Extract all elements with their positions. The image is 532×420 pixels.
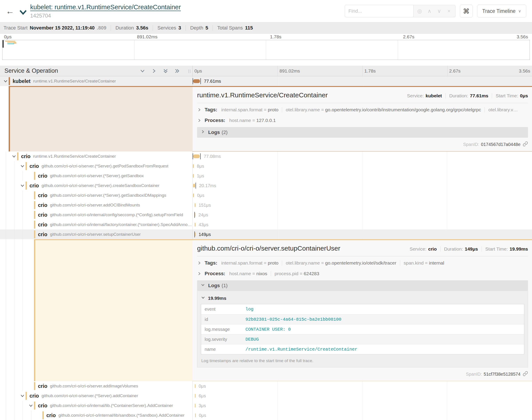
span-timeline-cell[interactable]: 8μs xyxy=(193,161,532,171)
chevron-right-icon xyxy=(197,261,202,265)
span-rows: kubeletruntime.v1.RuntimeService/CreateC… xyxy=(0,76,532,420)
span-color-bar xyxy=(17,152,18,160)
span-row[interactable]: criogithub.com/cri-o/cri-o/internal/lib.… xyxy=(0,401,532,410)
column-resizer-handle[interactable]: || xyxy=(188,69,191,73)
span-detail-panel: runtime.v1.RuntimeService/CreateContaine… xyxy=(193,86,532,151)
span-operation-name: github.com/cri-o/cri-o/server.addImageVo… xyxy=(50,384,138,389)
collapse-children-chevron-icon[interactable] xyxy=(20,391,26,401)
span-timeline-cell[interactable]: 149μs xyxy=(193,229,532,239)
log-field-key: name xyxy=(201,347,246,352)
collapse-children-chevron-icon[interactable] xyxy=(28,401,34,410)
tag-value: proto xyxy=(268,260,279,265)
span-row[interactable]: criogithub.com/cri-o/cri-o/internal/fact… xyxy=(0,220,532,229)
logs-accordion-header[interactable]: Logs(1) xyxy=(197,280,528,291)
span-duration-bar[interactable] xyxy=(193,194,194,197)
span-timeline-cell[interactable]: 24μs xyxy=(193,210,532,220)
span-row[interactable]: crioruntime.v1.RuntimeService/CreateCont… xyxy=(0,151,532,161)
collapse-children-chevron-icon[interactable] xyxy=(3,76,9,86)
logs-label: Logs xyxy=(208,130,220,135)
deep-link-icon[interactable] xyxy=(520,141,528,148)
span-timeline-cell[interactable]: 151μs xyxy=(193,200,532,210)
span-row[interactable]: criogithub.com/cri-o/cri-o/server.addOCI… xyxy=(0,200,532,210)
span-timeline-cell[interactable]: 77.08ms xyxy=(193,151,532,161)
trace-stat-value: November 15 2022, 11:19:40 xyxy=(30,25,94,31)
minimap-viewport-scrubber[interactable] xyxy=(2,40,4,48)
expand-one-button[interactable] xyxy=(151,68,157,74)
span-duration-bar[interactable] xyxy=(193,79,200,83)
span-row[interactable]: criogithub.com/cri-o/cri-o/server.setupC… xyxy=(0,229,532,239)
next-result-icon[interactable]: ∨ xyxy=(434,8,444,14)
span-duration-bar[interactable] xyxy=(195,414,196,417)
tag-key: internal.span.format xyxy=(221,260,263,265)
span-duration-bar[interactable] xyxy=(193,164,194,168)
span-timeline-cell[interactable]: 43μs xyxy=(193,220,532,229)
span-duration-bar[interactable] xyxy=(193,184,195,188)
section-label: Process: xyxy=(205,271,225,277)
span-duration-bar[interactable] xyxy=(193,155,200,158)
collapse-children-chevron-icon[interactable] xyxy=(20,181,26,191)
back-button[interactable]: ← xyxy=(4,5,16,17)
span-service-name: kubelet xyxy=(13,78,31,84)
stat-separator xyxy=(111,25,111,31)
span-row[interactable]: criogithub.com/cri-o/cri-o/server.(*Serv… xyxy=(0,181,532,191)
span-row[interactable]: criogithub.com/cri-o/cri-o/server.(*Serv… xyxy=(0,391,532,401)
span-row[interactable]: criogithub.com/cri-o/cri-o/server.(*Serv… xyxy=(0,161,532,171)
collapse-all-button[interactable] xyxy=(163,68,169,74)
span-timeline-cell[interactable]: 20.17ms xyxy=(193,181,532,191)
indent-guide xyxy=(12,410,20,420)
span-duration-bar[interactable] xyxy=(195,223,196,227)
section-label: Tags: xyxy=(205,260,217,266)
span-timeline-cell[interactable]: 6μs xyxy=(193,391,532,401)
span-row[interactable]: kubeletruntime.v1.RuntimeService/CreateC… xyxy=(0,76,532,86)
span-row[interactable]: criogithub.com/cri-o/cri-o/server.(*Serv… xyxy=(0,191,532,200)
trace-minimap[interactable] xyxy=(2,40,530,60)
process-accordion[interactable]: Process:host.name = nixosprocess.pid = 6… xyxy=(197,268,528,279)
span-timeline-cell[interactable]: 0μs xyxy=(193,381,532,391)
locate-icon[interactable]: ◎ xyxy=(415,8,424,14)
span-duration-bar[interactable] xyxy=(195,394,196,398)
logs-accordion-header[interactable]: Logs(2) xyxy=(197,127,528,138)
indent-guide xyxy=(20,200,28,210)
log-field-row: eventlog xyxy=(201,304,524,314)
find-input[interactable] xyxy=(345,5,413,17)
indent-guide xyxy=(12,171,20,181)
span-row[interactable]: criogithub.com/cri-o/cri-o/server.addIma… xyxy=(0,381,532,391)
span-duration-bar[interactable] xyxy=(195,203,196,207)
span-timeline-cell[interactable]: 3μs xyxy=(193,401,532,410)
span-log-tick xyxy=(196,183,196,189)
log-field-value: CONTAINER USER: 0 xyxy=(246,327,291,332)
keyboard-shortcuts-button[interactable]: ⌘ xyxy=(460,5,473,17)
process-accordion[interactable]: Process:host.name = 127.0.0.1 xyxy=(197,115,528,126)
expand-all-button[interactable] xyxy=(174,68,180,74)
trace-stat-value: 115 xyxy=(245,25,253,31)
span-timeline-cell[interactable]: 1μs xyxy=(193,171,532,181)
span-duration-bar[interactable] xyxy=(193,174,194,178)
clear-search-icon[interactable]: × xyxy=(444,8,454,14)
span-duration-label: 77.61ms xyxy=(204,79,221,84)
span-row[interactable]: criogithub.com/cri-o/cri-o/internal/lib/… xyxy=(0,410,532,420)
trace-stat: Duration3.56s xyxy=(115,25,148,31)
indent-guide xyxy=(20,401,28,410)
span-timeline-cell[interactable]: 0μs xyxy=(193,410,532,420)
span-timeline-cell[interactable]: 0μs xyxy=(193,191,532,200)
chevron-slot xyxy=(28,210,34,220)
trace-title-link[interactable]: kubelet: runtime.v1.RuntimeService/Creat… xyxy=(30,3,181,11)
collapse-trace-chevron-icon[interactable] xyxy=(19,10,27,16)
tags-accordion[interactable]: Tags:internal.span.format = protootel.li… xyxy=(197,105,528,115)
log-entry-header[interactable]: 19.99ms xyxy=(201,295,524,301)
collapse-children-chevron-icon[interactable] xyxy=(20,161,26,171)
prev-result-icon[interactable]: ∧ xyxy=(424,8,434,14)
deep-link-icon[interactable] xyxy=(520,371,528,377)
view-selector-button[interactable]: Trace Timeline ∨ xyxy=(477,5,526,17)
span-row[interactable]: criogithub.com/cri-o/cri-o/server.(*Serv… xyxy=(0,171,532,181)
timeline-ruler: 0μs891.02ms1.78s2.67s3.56s xyxy=(193,66,532,76)
collapse-one-button[interactable] xyxy=(140,68,145,74)
indent-guide xyxy=(12,200,20,210)
tags-accordion[interactable]: Tags:internal.span.format = protootel.li… xyxy=(197,258,528,268)
collapse-children-chevron-icon[interactable] xyxy=(12,151,17,161)
span-operation-name: github.com/cri-o/cri-o/server.addOCIBind… xyxy=(50,203,140,208)
span-duration-bar[interactable] xyxy=(195,404,196,407)
span-duration-bar[interactable] xyxy=(195,384,196,388)
span-timeline-cell[interactable]: 77.61ms xyxy=(193,76,532,86)
span-row[interactable]: criogithub.com/cri-o/cri-o/internal/conf… xyxy=(0,210,532,220)
